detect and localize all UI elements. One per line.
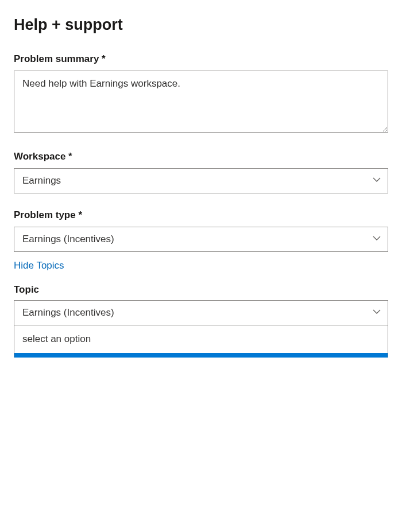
hide-topics-link[interactable]: Hide Topics bbox=[14, 260, 64, 271]
topic-option-placeholder: select an option bbox=[14, 325, 388, 353]
topic-option[interactable]: Earnings (Incentives) bbox=[14, 353, 388, 358]
problem-type-value: Earnings (Incentives) bbox=[22, 234, 114, 245]
problem-summary-input[interactable] bbox=[14, 71, 388, 133]
problem-summary-field: Problem summary * bbox=[14, 53, 388, 135]
workspace-select[interactable]: Earnings bbox=[14, 168, 388, 193]
problem-type-field: Problem type * Earnings (Incentives) bbox=[14, 209, 388, 252]
topic-select[interactable]: Earnings (Incentives) bbox=[14, 300, 388, 325]
problem-type-select[interactable]: Earnings (Incentives) bbox=[14, 227, 388, 252]
topic-dropdown-list: select an option Earnings (Incentives) E… bbox=[14, 325, 388, 358]
page-title: Help + support bbox=[14, 16, 388, 34]
workspace-field: Workspace * Earnings bbox=[14, 151, 388, 193]
problem-type-label: Problem type * bbox=[14, 209, 388, 221]
workspace-label: Workspace * bbox=[14, 151, 388, 162]
topic-value: Earnings (Incentives) bbox=[22, 307, 114, 319]
topic-field: Topic Earnings (Incentives) select an op… bbox=[14, 284, 388, 325]
workspace-value: Earnings bbox=[22, 175, 61, 187]
problem-summary-label: Problem summary * bbox=[14, 53, 388, 65]
topic-label: Topic bbox=[14, 284, 388, 296]
